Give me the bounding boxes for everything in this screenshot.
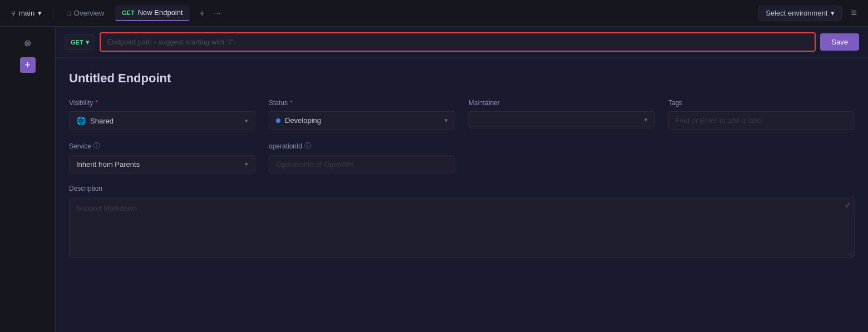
- visibility-select[interactable]: 🌐 Shared ▾: [69, 111, 255, 130]
- method-chevron-icon: ▾: [86, 38, 89, 46]
- hamburger-button[interactable]: ≡: [846, 5, 861, 21]
- service-chevron-icon: ▾: [245, 161, 248, 168]
- filter-button[interactable]: ⊗: [19, 33, 36, 53]
- description-textarea[interactable]: [69, 197, 855, 258]
- tab-overview[interactable]: □ Overview: [60, 6, 111, 21]
- nav-divider: [53, 8, 53, 19]
- method-label: GET: [71, 39, 83, 46]
- tags-group: Tags Find or Enter to add a label: [668, 99, 855, 130]
- visibility-value: Shared: [90, 117, 114, 125]
- visibility-group: Visibility * 🌐 Shared ▾: [69, 99, 255, 130]
- url-bar: GET ▾ Save: [56, 27, 868, 58]
- tab-actions: + ···: [196, 7, 225, 20]
- branch-icon: ⑂: [11, 9, 16, 18]
- service-select[interactable]: Inherit from Parents ▾: [69, 155, 255, 174]
- content-area: GET ▾ Save Untitled Endpoint Visibility …: [56, 27, 868, 332]
- tab-new-endpoint[interactable]: GET New Endpoint: [115, 5, 190, 21]
- environment-selector[interactable]: Select environment ▾: [758, 6, 842, 21]
- add-tab-button[interactable]: +: [196, 7, 208, 20]
- operation-id-info-icon[interactable]: ⓘ: [304, 141, 311, 151]
- branch-selector[interactable]: ⑂ main ▾: [7, 7, 46, 20]
- operation-id-group: operationId ⓘ: [269, 141, 455, 174]
- branch-chevron-icon: ▾: [38, 9, 42, 17]
- overview-icon: □: [67, 10, 71, 17]
- url-input[interactable]: [101, 33, 815, 51]
- operation-id-label: operationId ⓘ: [269, 141, 455, 151]
- service-value: Inherit from Parents: [76, 160, 140, 169]
- description-section: Description ⤢ ⤡: [69, 185, 855, 260]
- env-select-label: Select environment: [766, 9, 827, 17]
- add-icon: +: [24, 60, 31, 71]
- visibility-label: Visibility *: [69, 99, 255, 107]
- status-chevron-icon: ▾: [445, 117, 448, 124]
- form-row-2: Service ⓘ Inherit from Parents ▾ operati…: [69, 141, 855, 174]
- env-chevron-icon: ▾: [831, 9, 835, 17]
- status-value: Developing: [285, 116, 321, 125]
- status-dot-icon: [276, 118, 280, 123]
- service-info-icon[interactable]: ⓘ: [93, 141, 100, 151]
- visibility-chevron-icon: ▾: [245, 117, 248, 125]
- expand-icon[interactable]: ⤢: [845, 201, 850, 209]
- branch-label: main: [19, 9, 34, 17]
- left-sidebar: ⊗ +: [0, 27, 56, 332]
- globe-icon: 🌐: [76, 116, 86, 125]
- description-wrapper: ⤢ ⤡: [69, 197, 855, 260]
- service-label: Service ⓘ: [69, 141, 255, 151]
- maintainer-select[interactable]: ▾: [468, 111, 655, 128]
- maintainer-chevron-icon: ▾: [644, 116, 648, 123]
- form-row-1: Visibility * 🌐 Shared ▾ Status: [69, 99, 855, 130]
- url-input-wrapper: [100, 32, 816, 52]
- nav-right: Select environment ▾ ≡: [758, 5, 861, 21]
- add-item-button[interactable]: +: [20, 57, 36, 73]
- status-required-star: *: [290, 99, 293, 107]
- save-button[interactable]: Save: [820, 33, 859, 51]
- tags-input[interactable]: Find or Enter to add a label: [668, 111, 855, 130]
- main-layout: ⊗ + GET ▾ Save Untitled Endpoint: [0, 27, 868, 332]
- maintainer-label: Maintainer: [468, 99, 655, 107]
- service-group: Service ⓘ Inherit from Parents ▾: [69, 141, 255, 174]
- top-nav: ⑂ main ▾ □ Overview GET New Endpoint + ·…: [0, 0, 868, 27]
- visibility-required-star: *: [95, 99, 98, 107]
- status-select[interactable]: Developing ▾: [269, 111, 455, 130]
- tags-placeholder: Find or Enter to add a label: [675, 116, 763, 125]
- tab-title: New Endpoint: [138, 8, 183, 17]
- status-label: Status *: [269, 99, 455, 107]
- description-label: Description: [69, 185, 855, 192]
- endpoint-title: Untitled Endpoint: [69, 71, 855, 86]
- more-options-button[interactable]: ···: [210, 7, 224, 20]
- form-area: Untitled Endpoint Visibility * 🌐 Shared …: [56, 58, 868, 332]
- method-badge: GET: [122, 9, 135, 16]
- method-selector[interactable]: GET ▾: [65, 34, 95, 50]
- filter-icon: ⊗: [24, 38, 31, 48]
- maintainer-group: Maintainer ▾: [468, 99, 655, 128]
- tags-label: Tags: [668, 99, 855, 107]
- overview-label: Overview: [74, 9, 104, 17]
- resize-handle-icon: ⤡: [848, 251, 854, 259]
- operation-id-input[interactable]: [269, 155, 455, 174]
- status-group: Status * Developing ▾: [269, 99, 455, 130]
